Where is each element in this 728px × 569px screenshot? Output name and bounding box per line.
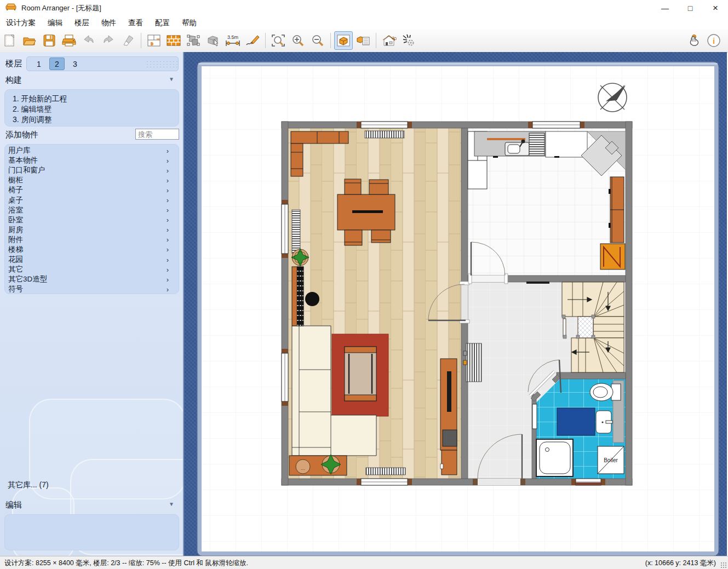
category-item-14[interactable]: 符号›: [5, 284, 179, 294]
pan-hand-icon[interactable]: [685, 31, 703, 50]
minimize-button[interactable]: —: [652, 0, 678, 16]
collapse-triangle-icon[interactable]: ▼: [169, 501, 174, 507]
object-properties-button[interactable]: [354, 31, 372, 50]
menu-item-3[interactable]: 物件: [95, 17, 122, 29]
show-objects-panel-button[interactable]: [334, 31, 353, 50]
category-item-5[interactable]: 桌子›: [5, 195, 179, 205]
category-item-8[interactable]: 厨房›: [5, 225, 179, 235]
search-input[interactable]: [135, 129, 179, 140]
category-label: 门口和窗户: [8, 165, 45, 175]
wall-brick-button[interactable]: [164, 31, 183, 50]
category-label: 浴室: [8, 205, 23, 215]
redo-button[interactable]: [99, 31, 118, 50]
maximize-button[interactable]: □: [678, 0, 703, 16]
menu-item-6[interactable]: 帮助: [176, 17, 203, 29]
toolbar: 3.5m 3D i: [0, 29, 728, 53]
coffee-table: [345, 347, 376, 401]
floors-grip[interactable]: [146, 60, 179, 68]
floors-row: 楼层 123: [0, 56, 184, 72]
app-sofa-icon: [5, 3, 16, 13]
build-panel: 1. 开始新的工程2. 编辑墙壁3. 房间调整: [4, 89, 179, 127]
plan-canvas[interactable]: ...: [184, 52, 727, 556]
menu-bar: 设计方案编辑楼层物件查看配置帮助: [0, 16, 728, 29]
format-brush-button[interactable]: [119, 31, 137, 50]
status-coordinates: (x: 10666 y: 2413 毫米): [645, 559, 716, 568]
close-button[interactable]: ×: [703, 0, 728, 16]
build-step-3[interactable]: 3. 房间调整: [13, 114, 179, 125]
build-step-1[interactable]: 1. 开始新的工程: [13, 94, 179, 104]
category-item-7[interactable]: 卧室›: [5, 215, 179, 225]
zoom-in-button[interactable]: [289, 31, 307, 50]
chevron-right-icon: ›: [167, 285, 169, 294]
category-item-6[interactable]: 浴室›: [5, 205, 179, 215]
category-label: 基本物件: [8, 156, 38, 165]
category-item-3[interactable]: 橱柜›: [5, 175, 179, 185]
floor-tab-3[interactable]: 3: [67, 58, 83, 70]
undo-button[interactable]: [79, 31, 98, 50]
chevron-right-icon: ›: [167, 245, 169, 254]
category-label: 卧室: [8, 215, 23, 225]
svg-text:i: i: [713, 36, 715, 45]
view-3d-button[interactable]: 3D: [380, 31, 398, 50]
collapse-triangle-icon[interactable]: ▼: [169, 76, 174, 82]
status-left: 设计方案: 8255 × 8400 毫米, 楼层: 2/3 -- 缩放: 75%…: [4, 559, 248, 568]
title-bar: Room Arranger - [无标题] — □ ×: [0, 0, 728, 16]
boiler: Boiler: [598, 446, 624, 474]
toolbar-separator: [376, 33, 376, 48]
save-button[interactable]: [40, 31, 59, 50]
add-objects-header: 添加物件: [0, 129, 184, 142]
zoom-out-button[interactable]: [308, 31, 327, 50]
toolbar-separator: [141, 33, 141, 48]
category-item-13[interactable]: 其它3D造型›: [5, 274, 179, 284]
menu-item-2[interactable]: 楼层: [68, 17, 95, 29]
chevron-right-icon: ›: [167, 157, 169, 165]
resize-grip[interactable]: [720, 562, 727, 568]
toilet: [590, 383, 621, 401]
dining-chair: [345, 179, 361, 194]
zoom-fit-button[interactable]: [269, 31, 288, 50]
info-icon[interactable]: i: [704, 31, 723, 50]
menu-item-0[interactable]: 设计方案: [0, 17, 42, 29]
print-button[interactable]: [60, 31, 78, 50]
category-label: 橱柜: [8, 175, 23, 185]
floor-tab-2[interactable]: 2: [49, 58, 65, 70]
select-3d-button[interactable]: [204, 31, 222, 50]
stove: [600, 244, 625, 269]
menu-item-5[interactable]: 配置: [149, 17, 176, 29]
dish-rack: [529, 133, 544, 156]
category-item-12[interactable]: 其它›: [5, 265, 179, 274]
status-bar: 设计方案: 8255 × 8400 毫米, 楼层: 2/3 -- 缩放: 75%…: [0, 556, 728, 569]
select-objects-button[interactable]: [184, 31, 203, 50]
category-item-0[interactable]: 用户库›: [5, 146, 179, 156]
menu-item-1[interactable]: 编辑: [42, 17, 68, 29]
category-item-4[interactable]: 椅子›: [5, 185, 179, 195]
category-label: 其它3D造型: [8, 274, 47, 284]
chevron-right-icon: ›: [167, 235, 169, 244]
category-item-1[interactable]: 基本物件›: [5, 156, 179, 165]
new-file-button[interactable]: [1, 31, 19, 50]
more-libraries-link[interactable]: 其它库... (7): [8, 480, 49, 490]
svg-text:...: ...: [301, 465, 305, 471]
category-item-2[interactable]: 门口和窗户›: [5, 165, 179, 175]
category-item-11[interactable]: 花园›: [5, 255, 179, 265]
chevron-right-icon: ›: [167, 256, 169, 264]
chevron-right-icon: ›: [167, 266, 169, 274]
floor-plan-button[interactable]: [145, 31, 163, 50]
floor-tab-1[interactable]: 1: [31, 58, 47, 70]
bookshelf: [292, 267, 303, 326]
open-folder-button[interactable]: [20, 31, 39, 50]
stool: [305, 292, 319, 306]
chevron-right-icon: ›: [167, 275, 169, 284]
tv: [447, 371, 451, 412]
category-item-10[interactable]: 楼梯›: [5, 245, 179, 255]
category-item-9[interactable]: 附件›: [5, 235, 179, 245]
edit-section-header: 编辑 ▼: [0, 499, 184, 512]
draw-pencil-button[interactable]: [243, 31, 262, 50]
visual-effects-button[interactable]: [399, 31, 418, 50]
build-section-header: 构建 ▼: [0, 74, 184, 87]
shower: [536, 439, 573, 476]
category-label: 花园: [8, 255, 23, 265]
menu-item-4[interactable]: 查看: [122, 17, 149, 29]
build-step-2[interactable]: 2. 编辑墙壁: [13, 104, 179, 114]
measure-tape-button[interactable]: 3.5m: [223, 31, 242, 50]
